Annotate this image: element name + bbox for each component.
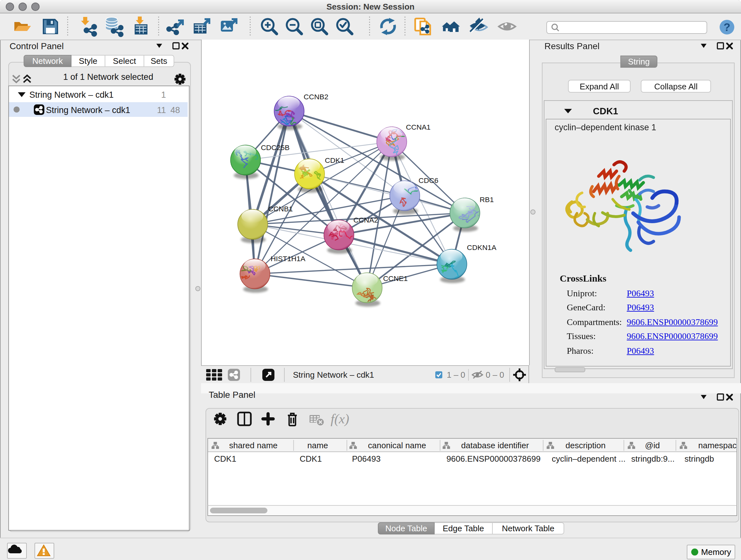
svg-text:CDK1: CDK1 [300, 454, 322, 463]
svg-text:shared name: shared name [229, 441, 278, 450]
svg-text:HIST1H1A: HIST1H1A [271, 254, 306, 263]
svg-text:1 – 0: 1 – 0 [447, 370, 465, 380]
svg-text:description: description [565, 441, 606, 450]
svg-text:9606.ENSP00000378699: 9606.ENSP00000378699 [447, 454, 541, 463]
svg-text:stringdb:9...: stringdb:9... [631, 454, 675, 463]
svg-text:CDC6: CDC6 [419, 176, 439, 185]
svg-text:CCNE1: CCNE1 [383, 274, 408, 283]
svg-text:CCNA1: CCNA1 [406, 123, 430, 131]
svg-text:CCNB1: CCNB1 [268, 205, 293, 213]
svg-text:CCNB2: CCNB2 [304, 92, 328, 101]
svg-text:canonical name: canonical name [368, 441, 426, 450]
svg-text:namespac: namespac [698, 441, 737, 450]
svg-text:P06493: P06493 [352, 454, 381, 463]
svg-text:0 – 0: 0 – 0 [486, 370, 504, 380]
svg-text:CDKN1A: CDKN1A [467, 243, 496, 252]
svg-text:CCNA2: CCNA2 [354, 216, 378, 224]
svg-text:String Network – cdk1: String Network – cdk1 [293, 370, 374, 380]
svg-text:RB1: RB1 [480, 195, 494, 204]
svg-text:cyclin–dependent ...: cyclin–dependent ... [552, 454, 625, 463]
svg-text:database identifier: database identifier [461, 441, 529, 450]
svg-text:stringdb: stringdb [684, 454, 714, 463]
svg-text:name: name [307, 441, 328, 450]
svg-text:f(x): f(x) [331, 412, 349, 427]
svg-text:?: ? [724, 21, 730, 33]
svg-text:CDK1: CDK1 [325, 156, 344, 165]
svg-text:@id: @id [645, 441, 660, 450]
svg-text:CDC25B: CDC25B [261, 143, 289, 152]
svg-text:CDK1: CDK1 [214, 454, 236, 463]
